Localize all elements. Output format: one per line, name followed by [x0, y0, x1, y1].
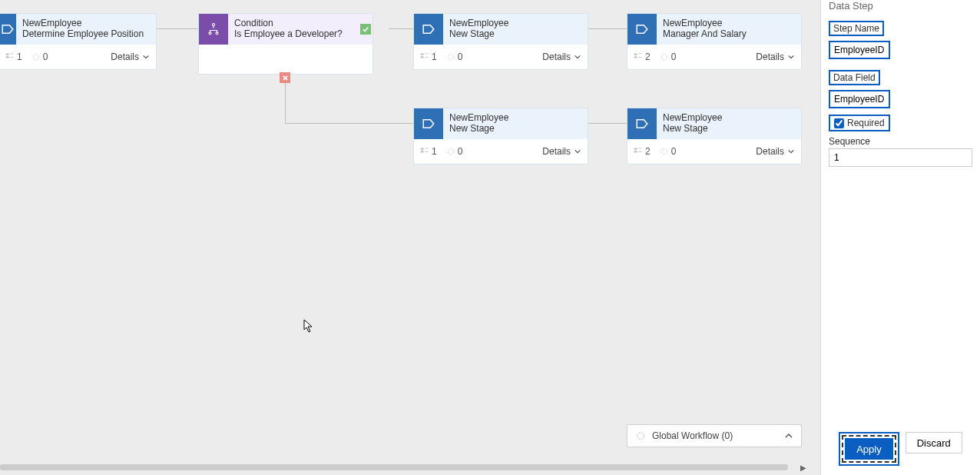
stage-name: Determine Employee Position: [22, 28, 144, 39]
condition-true-icon: [360, 24, 371, 35]
details-toggle[interactable]: Details: [111, 51, 150, 62]
connector: [588, 123, 627, 124]
discard-button[interactable]: Discard: [906, 432, 962, 453]
datafield-input[interactable]: [829, 90, 890, 108]
stage-icon: [414, 108, 443, 139]
stage-determine-position[interactable]: NewEmployee Determine Employee Position …: [0, 13, 157, 70]
workflow-canvas[interactable]: NewEmployee Determine Employee Position …: [0, 0, 820, 475]
properties-panel: Data Step Step Name Data Field Required …: [820, 0, 980, 475]
stage-b[interactable]: NewEmployee Manager And Salary 2 0 Detai…: [627, 13, 802, 70]
connector: [588, 28, 627, 29]
details-toggle[interactable]: Details: [756, 51, 795, 62]
global-workflow-label: Global Workflow (0): [652, 430, 733, 441]
wf-count: 0: [31, 51, 48, 62]
horizontal-scrollbar[interactable]: ▶: [0, 464, 806, 472]
required-label: Required: [847, 118, 885, 128]
connector: [157, 28, 198, 29]
details-toggle[interactable]: Details: [542, 146, 581, 157]
svg-point-20: [661, 54, 667, 60]
condition-card[interactable]: Condition Is Employee a Developer?: [198, 13, 373, 75]
connector: [389, 28, 413, 29]
svg-rect-24: [425, 148, 429, 149]
svg-rect-10: [421, 54, 424, 55]
svg-point-26: [448, 148, 454, 154]
svg-rect-19: [638, 57, 642, 58]
stage-a[interactable]: NewEmployee New Stage 1 0 Details: [413, 13, 588, 70]
svg-point-33: [637, 433, 644, 440]
stage-icon: [627, 108, 657, 139]
stage-icon: [414, 14, 443, 45]
details-toggle[interactable]: Details: [756, 146, 795, 157]
cursor-icon: [303, 319, 313, 333]
svg-rect-17: [634, 56, 637, 58]
condition-entity: Condition: [234, 18, 354, 28]
stepname-input[interactable]: [829, 41, 890, 59]
connector: [285, 123, 413, 124]
apply-button[interactable]: Apply: [845, 438, 893, 460]
sequence-input[interactable]: [829, 148, 972, 167]
stepname-label: Step Name: [829, 21, 884, 36]
svg-marker-15: [637, 25, 647, 34]
svg-rect-16: [634, 54, 637, 55]
svg-marker-9: [423, 25, 434, 34]
datafield-label: Data Field: [829, 70, 880, 85]
svg-rect-12: [425, 54, 429, 55]
svg-rect-11: [421, 56, 424, 58]
details-toggle[interactable]: Details: [542, 51, 581, 62]
svg-rect-22: [421, 148, 424, 150]
svg-point-32: [661, 148, 667, 154]
svg-rect-1: [6, 54, 9, 55]
svg-rect-28: [634, 148, 637, 150]
svg-rect-13: [425, 57, 429, 58]
svg-rect-30: [638, 148, 642, 149]
condition-icon: [199, 14, 228, 45]
sequence-label: Sequence: [829, 136, 870, 147]
stage-entity: NewEmployee: [22, 18, 144, 28]
svg-marker-27: [637, 120, 647, 128]
svg-point-8: [216, 32, 218, 35]
required-checkbox[interactable]: [834, 118, 844, 128]
svg-marker-0: [2, 25, 13, 34]
steps-count: 1: [5, 51, 22, 62]
svg-point-5: [33, 54, 39, 60]
svg-point-14: [448, 54, 454, 60]
stage-d[interactable]: NewEmployee New Stage 2 0 Details: [627, 108, 802, 164]
svg-marker-21: [423, 120, 434, 128]
svg-rect-4: [10, 57, 14, 58]
condition-false-icon: [280, 72, 290, 83]
svg-rect-18: [638, 54, 642, 55]
connector: [285, 83, 286, 123]
svg-rect-31: [638, 151, 642, 152]
svg-rect-29: [634, 151, 637, 152]
svg-rect-23: [421, 151, 424, 152]
chevron-up-icon: [784, 431, 793, 440]
stage-icon: [0, 14, 16, 45]
panel-title: Data Step: [829, 0, 972, 12]
svg-rect-3: [10, 54, 14, 55]
stage-icon: [627, 14, 657, 45]
stage-c[interactable]: NewEmployee New Stage 1 0 Details: [413, 108, 588, 164]
svg-rect-2: [6, 56, 9, 58]
workflow-icon: [635, 430, 646, 441]
condition-name: Is Employee a Developer?: [234, 28, 354, 39]
global-workflow-toggle[interactable]: Global Workflow (0): [627, 424, 802, 447]
svg-point-7: [209, 32, 211, 35]
svg-rect-25: [425, 151, 429, 152]
svg-point-6: [213, 24, 215, 26]
scroll-right-icon[interactable]: ▶: [800, 463, 806, 472]
